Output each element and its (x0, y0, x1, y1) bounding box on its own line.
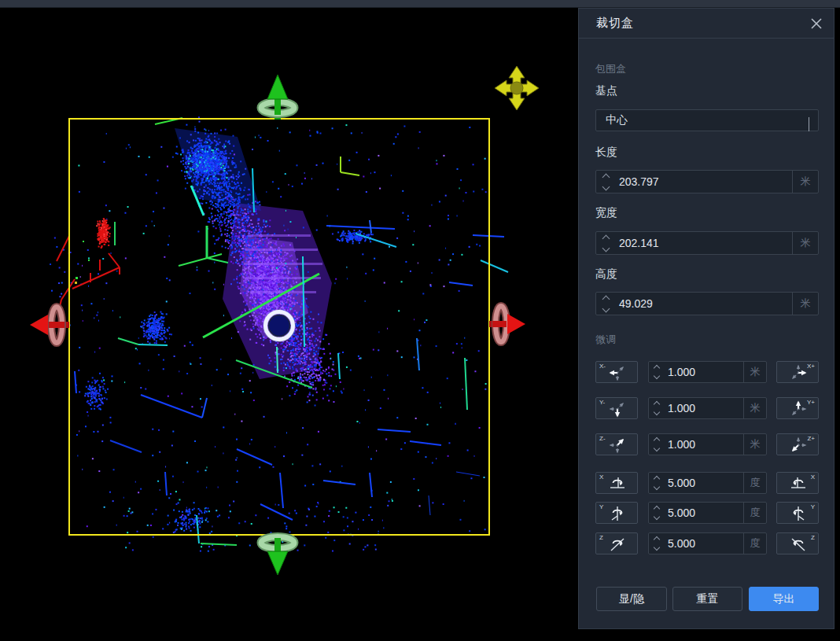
rotate-z-minus-button[interactable]: Z (595, 532, 638, 554)
translate-z-spinner[interactable] (649, 434, 665, 455)
center-handle[interactable] (263, 309, 296, 342)
rotate-z-step-input[interactable]: 5.000 度 (648, 532, 767, 554)
rotate-z-plus-button[interactable]: Z (776, 532, 819, 554)
rotate-x-spinner[interactable] (649, 473, 665, 493)
reset-button[interactable]: 重置 (672, 587, 742, 611)
translate-y-plus-button[interactable]: Y+ (776, 397, 819, 419)
width-label: 宽度 (595, 206, 617, 220)
rotate-y-plus-button[interactable]: Y (776, 502, 819, 524)
move-right-handle[interactable] (489, 306, 525, 342)
move-down-handle[interactable] (261, 535, 294, 575)
rotate-y-minus-button[interactable]: Y (595, 502, 638, 524)
point-cloud-scene (0, 0, 578, 641)
panel-actions: 显/隐 重置 导出 (579, 587, 834, 611)
rotate-x-ccw-icon (608, 474, 627, 493)
rotate-y-spinner[interactable] (649, 503, 665, 523)
translate-y-spinner[interactable] (649, 398, 665, 418)
width-spinner[interactable] (596, 232, 615, 254)
translate-z-plus-button[interactable]: Z+ (776, 433, 819, 455)
rotate-z-unit: 度 (743, 533, 766, 554)
rotate-x-step-input[interactable]: 5.000 度 (648, 472, 767, 494)
width-unit: 米 (792, 232, 818, 254)
rotate-x-minus-button[interactable]: X (595, 472, 638, 494)
rotate-x-step-value[interactable]: 5.000 (665, 473, 743, 493)
panel-header: 裁切盒 (579, 9, 834, 39)
translate-z-minus-button[interactable]: Z- (595, 433, 638, 455)
rotate-z-row: Z 5.000 度 Z (595, 532, 819, 554)
move-x-minus-icon (608, 363, 627, 382)
panel-title: 裁切盒 (596, 16, 634, 31)
translate-y-minus-button[interactable]: Y- (595, 397, 638, 419)
length-label: 长度 (595, 146, 617, 160)
axis-label: Z (599, 534, 603, 541)
move-x-plus-icon (789, 363, 808, 382)
width-input[interactable]: 202.141 米 (595, 231, 819, 255)
length-input[interactable]: 203.797 米 (595, 170, 819, 193)
move-up-handle[interactable] (261, 75, 294, 120)
axis-label: X (599, 473, 603, 481)
rotate-z-cw-icon (789, 535, 808, 554)
axis-label: X- (599, 363, 606, 370)
axis-label: Y+ (807, 399, 815, 406)
rotate-x-row: X 5.000 度 X (595, 472, 819, 494)
pan-handle[interactable] (495, 66, 539, 110)
translate-z-step-value[interactable]: 1.000 (665, 434, 743, 455)
rotate-y-step-input[interactable]: 5.000 度 (648, 502, 767, 524)
move-left-handle[interactable] (30, 307, 69, 343)
rotate-y-unit: 度 (743, 503, 766, 523)
base-point-value: 中心 (606, 113, 628, 127)
crop-gizmos (0, 0, 578, 641)
close-icon[interactable] (810, 17, 823, 30)
chevron-down-icon (809, 118, 809, 132)
translate-x-step-value[interactable]: 1.000 (665, 362, 743, 382)
translate-y-step-value[interactable]: 1.000 (665, 398, 743, 418)
height-input[interactable]: 49.029 米 (595, 292, 819, 315)
rotate-x-unit: 度 (743, 473, 766, 493)
length-value[interactable]: 203.797 (615, 171, 792, 193)
length-unit: 米 (792, 171, 818, 193)
base-point-select[interactable]: 中心 (595, 109, 819, 131)
rotate-y-ccw-icon (608, 504, 627, 523)
translate-z-unit: 米 (743, 434, 766, 455)
translate-x-plus-button[interactable]: X+ (776, 361, 819, 383)
section-bounding-box: 包围盒 (595, 62, 626, 76)
axis-label: Y (599, 503, 603, 510)
translate-x-step-input[interactable]: 1.000 米 (648, 361, 767, 383)
rotate-z-ccw-icon (608, 535, 627, 554)
translate-x-unit: 米 (743, 362, 766, 382)
axis-label: Z (811, 534, 815, 541)
height-value[interactable]: 49.029 (615, 293, 792, 315)
rotate-z-step-value[interactable]: 5.000 (665, 533, 743, 554)
move-z-minus-icon (608, 436, 627, 455)
axis-label: Z- (599, 435, 606, 442)
export-button[interactable]: 导出 (749, 587, 819, 611)
rotate-x-cw-icon (789, 474, 808, 493)
axis-label: Z+ (807, 435, 815, 442)
rotate-x-plus-button[interactable]: X (776, 472, 819, 494)
translate-y-row: Y- 1.000 米 Y+ (595, 397, 819, 419)
length-spinner[interactable] (596, 171, 615, 193)
rotate-y-row: Y 5.000 度 Y (595, 502, 819, 524)
translate-x-spinner[interactable] (649, 362, 665, 382)
axis-label: X (811, 473, 815, 481)
rotate-z-spinner[interactable] (649, 533, 665, 554)
move-y-plus-icon (789, 400, 808, 418)
rotate-y-step-value[interactable]: 5.000 (665, 503, 743, 523)
height-spinner[interactable] (596, 293, 615, 315)
app-window: 裁切盒 包围盒 基点 中心 长度 203.797 米 宽度 202.141 米 … (0, 0, 840, 641)
base-point-label: 基点 (595, 84, 617, 98)
translate-x-minus-button[interactable]: X- (595, 361, 638, 383)
width-value[interactable]: 202.141 (615, 232, 792, 254)
crop-box-panel: 裁切盒 包围盒 基点 中心 长度 203.797 米 宽度 202.141 米 … (578, 8, 834, 629)
move-y-minus-icon (608, 400, 627, 418)
toggle-visibility-button[interactable]: 显/隐 (596, 587, 667, 611)
top-bar (0, 0, 840, 8)
section-fine-tune: 微调 (595, 333, 616, 347)
axis-label: Y- (599, 399, 605, 406)
translate-z-step-input[interactable]: 1.000 米 (648, 433, 767, 455)
translate-x-row: X- 1.000 米 X+ (595, 361, 819, 383)
move-z-plus-icon (789, 436, 808, 455)
translate-y-step-input[interactable]: 1.000 米 (648, 397, 767, 419)
translate-y-unit: 米 (743, 398, 766, 418)
height-unit: 米 (792, 293, 818, 315)
